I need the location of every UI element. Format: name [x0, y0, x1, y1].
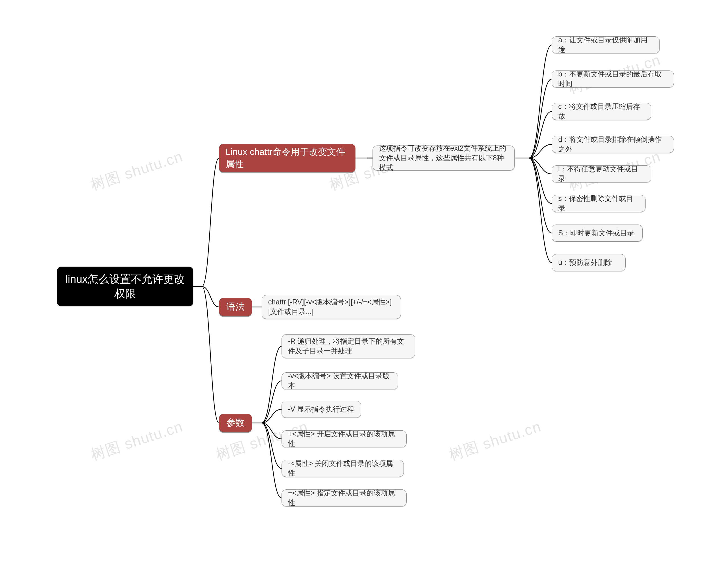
param-R-text: -R 递归处理，将指定目录下的所有文件及子目录一并处理 — [288, 336, 409, 356]
mode-i-text: i：不得任意更动文件或目录 — [558, 164, 645, 184]
watermark: 树图 shutu.cn — [88, 147, 185, 195]
root-node[interactable]: linux怎么设置不允许更改权限 — [57, 267, 193, 306]
watermark: 树图 shutu.cn — [446, 417, 544, 465]
mode-c: c：将文件或目录压缩后存放 — [552, 103, 651, 120]
chattr-note: 这项指令可改变存放在ext2文件系统上的文件或目录属性，这些属性共有以下8种模式 — [373, 146, 515, 170]
branch-params[interactable]: 参数 — [219, 414, 252, 432]
syntax-value: chattr [-RV][-v<版本编号>][+/-/=<属性>][文件或目录.… — [261, 295, 401, 319]
param-V: -V 显示指令执行过程 — [282, 401, 361, 418]
param-v: -v<版本编号> 设置文件或目录版本 — [282, 372, 398, 389]
mode-a: a：让文件或目录仅供附加用途 — [552, 36, 660, 53]
mode-S: S：即时更新文件或目录 — [552, 224, 643, 242]
mode-b: b：不更新文件或目录的最后存取时间 — [552, 70, 674, 88]
param-R: -R 递归处理，将指定目录下的所有文件及子目录一并处理 — [282, 334, 415, 358]
mode-b-text: b：不更新文件或目录的最后存取时间 — [558, 69, 668, 89]
mode-c-text: c：将文件或目录压缩后存放 — [558, 102, 645, 121]
branch-syntax-label: 语法 — [226, 301, 245, 313]
chattr-note-text: 这项指令可改变存放在ext2文件系统上的文件或目录属性，这些属性共有以下8种模式 — [379, 144, 508, 172]
mode-u: u：预防意外删除 — [552, 254, 626, 271]
branch-params-label: 参数 — [226, 417, 245, 429]
param-eq-text: =<属性> 指定文件或目录的该项属性 — [288, 488, 400, 508]
mode-S-text: S：即时更新文件或目录 — [558, 228, 634, 238]
param-plus: +<属性> 开启文件或目录的该项属性 — [282, 430, 407, 448]
branch-chattr[interactable]: Linux chattr命令用于改变文件属性 — [219, 144, 355, 172]
param-eq: =<属性> 指定文件或目录的该项属性 — [282, 489, 407, 507]
mode-u-text: u：预防意外删除 — [558, 258, 612, 267]
mode-d: d：将文件或目录排除在倾倒操作之外 — [552, 136, 674, 153]
branch-chattr-label: Linux chattr命令用于改变文件属性 — [226, 146, 349, 170]
mode-d-text: d：将文件或目录排除在倾倒操作之外 — [558, 135, 668, 154]
watermark: 树图 shutu.cn — [88, 417, 185, 465]
mode-s: s：保密性删除文件或目录 — [552, 195, 645, 212]
root-title: linux怎么设置不允许更改权限 — [63, 272, 187, 301]
param-V-text: -V 显示指令执行过程 — [288, 405, 354, 414]
param-minus-text: -<属性> 关闭文件或目录的该项属性 — [288, 459, 397, 478]
mode-i: i：不得任意更动文件或目录 — [552, 165, 651, 183]
syntax-text: chattr [-RV][-v<版本编号>][+/-/=<属性>][文件或目录.… — [268, 297, 394, 317]
param-minus: -<属性> 关闭文件或目录的该项属性 — [282, 460, 404, 477]
param-plus-text: +<属性> 开启文件或目录的该项属性 — [288, 429, 400, 449]
mode-a-text: a：让文件或目录仅供附加用途 — [558, 35, 653, 55]
branch-syntax[interactable]: 语法 — [219, 298, 252, 316]
mode-s-text: s：保密性删除文件或目录 — [558, 194, 639, 213]
param-v-text: -v<版本编号> 设置文件或目录版本 — [288, 371, 392, 390]
